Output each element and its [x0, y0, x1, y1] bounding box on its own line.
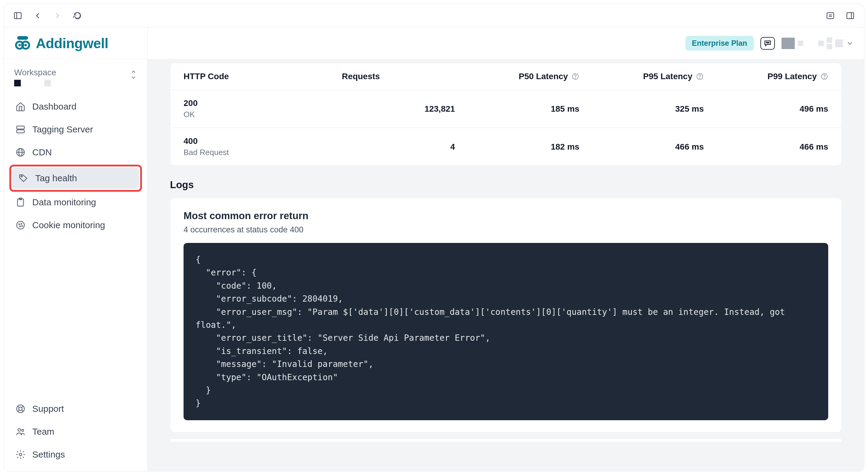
cell-http-code: 400 Bad Request: [184, 136, 342, 157]
cookie-icon: [16, 220, 26, 230]
svg-rect-2: [827, 13, 834, 19]
nav-data-monitoring[interactable]: Data monitoring: [9, 192, 142, 213]
globe-icon: [16, 147, 26, 158]
svg-point-38: [575, 78, 576, 78]
nav-team[interactable]: Team: [9, 421, 142, 442]
server-icon: [16, 124, 26, 135]
svg-point-24: [22, 226, 23, 226]
svg-rect-12: [17, 126, 24, 129]
svg-line-30: [22, 406, 24, 408]
users-icon: [16, 427, 26, 437]
svg-rect-7: [17, 36, 28, 40]
forward-icon: [52, 10, 64, 22]
logs-card-title: Most common error return: [184, 210, 828, 222]
nav-label: Settings: [32, 449, 65, 460]
table-header-row: HTTP Code Requests P50 Latency P95 Laten…: [170, 63, 841, 90]
brand-name: Addingwell: [36, 35, 108, 52]
cell-requests: 123,821: [342, 104, 455, 114]
cell-p50: 185 ms: [455, 104, 580, 114]
cell-p99: 496 ms: [704, 104, 828, 114]
logs-section-title: Logs: [170, 179, 842, 191]
highlight-annotation: Tag health: [9, 165, 142, 192]
svg-point-17: [21, 176, 22, 177]
logs-subtitle: 4 occurrences at status code 400: [184, 225, 828, 235]
error-code-block[interactable]: { "error": { "code": 100, "error_subcode…: [184, 243, 828, 420]
home-icon: [16, 101, 26, 112]
user-menu[interactable]: [781, 37, 854, 49]
cell-http-code: 200 OK: [184, 98, 342, 119]
svg-point-26: [19, 407, 22, 410]
svg-point-42: [824, 78, 825, 78]
nav-label: Support: [32, 404, 64, 414]
plan-badge[interactable]: Enterprise Plan: [685, 36, 754, 50]
chat-button[interactable]: [761, 37, 775, 50]
svg-point-35: [767, 42, 768, 43]
nav-label: Tag health: [35, 173, 77, 183]
svg-rect-13: [17, 130, 24, 133]
nav-label: Data monitoring: [32, 197, 96, 207]
content-scroll[interactable]: HTTP Code Requests P50 Latency P95 Laten…: [148, 59, 864, 471]
cell-p50: 182 ms: [455, 142, 580, 152]
nav-support[interactable]: Support: [9, 398, 142, 419]
svg-rect-0: [14, 13, 22, 19]
brand-logo-icon: [14, 35, 31, 52]
gear-icon: [16, 449, 26, 460]
panel-right-icon[interactable]: [844, 10, 856, 22]
sidebar-toggle-icon[interactable]: [12, 10, 24, 22]
nav-tag-health[interactable]: Tag health: [12, 168, 139, 189]
svg-point-32: [22, 429, 24, 431]
nav-label: Cookie monitoring: [32, 220, 105, 230]
svg-point-34: [766, 42, 767, 43]
nav-label: Team: [32, 427, 54, 437]
workspace-selector[interactable]: Workspace: [4, 59, 147, 92]
th-requests: Requests: [342, 72, 455, 81]
nav-tagging-server[interactable]: Tagging Server: [9, 119, 142, 140]
svg-line-27: [18, 406, 19, 408]
sidebar: Addingwell Workspace Dashboard: [4, 27, 148, 471]
settings-box-icon[interactable]: [824, 10, 836, 22]
nav-label: Dashboard: [32, 101, 76, 112]
logs-card: Most common error return 4 occurrences a…: [170, 198, 842, 433]
workspace-name: [14, 80, 127, 87]
th-http-code: HTTP Code: [184, 72, 342, 81]
cell-requests: 4: [342, 142, 455, 152]
th-p99: P99 Latency: [704, 72, 828, 81]
chevrons-updown-icon: [130, 68, 137, 80]
svg-point-22: [21, 223, 22, 224]
nav-dashboard[interactable]: Dashboard: [9, 96, 142, 117]
back-icon[interactable]: [32, 10, 44, 22]
svg-point-40: [700, 78, 700, 78]
brand[interactable]: Addingwell: [4, 27, 147, 59]
tag-icon: [19, 173, 29, 183]
table-row: 200 OK 123,821 185 ms 325 ms 496 ms: [170, 90, 841, 128]
svg-point-36: [768, 42, 769, 43]
svg-rect-5: [847, 13, 854, 19]
nav-settings[interactable]: Settings: [9, 444, 142, 465]
cell-p95: 466 ms: [579, 142, 704, 152]
nav-cookie-monitoring[interactable]: Cookie monitoring: [9, 215, 142, 236]
cell-p95: 325 ms: [579, 104, 704, 114]
svg-point-21: [19, 224, 20, 225]
svg-point-20: [17, 221, 24, 229]
th-p95: P95 Latency: [579, 72, 704, 81]
nav-main: Dashboard Tagging Server CDN Tag health: [4, 92, 147, 242]
nav-label: Tagging Server: [32, 124, 93, 135]
svg-point-33: [19, 453, 22, 456]
help-icon[interactable]: [820, 72, 828, 80]
status-table: HTTP Code Requests P50 Latency P95 Laten…: [170, 63, 842, 166]
refresh-icon[interactable]: [71, 10, 84, 22]
svg-line-28: [22, 410, 24, 412]
nav-cdn[interactable]: CDN: [9, 142, 142, 163]
svg-point-11: [24, 44, 27, 46]
nav-label: CDN: [32, 147, 52, 158]
chevron-down-icon: [846, 39, 854, 47]
nav-secondary: Support Team Settings: [4, 394, 147, 471]
table-row: 400 Bad Request 4 182 ms 466 ms 466 ms: [170, 128, 841, 166]
th-p50: P50 Latency: [455, 72, 580, 81]
help-icon[interactable]: [571, 72, 579, 80]
next-card-peek: [170, 439, 842, 442]
cell-p99: 466 ms: [704, 142, 828, 152]
workspace-label: Workspace: [14, 68, 127, 77]
svg-point-10: [19, 44, 21, 46]
help-icon[interactable]: [696, 72, 704, 80]
